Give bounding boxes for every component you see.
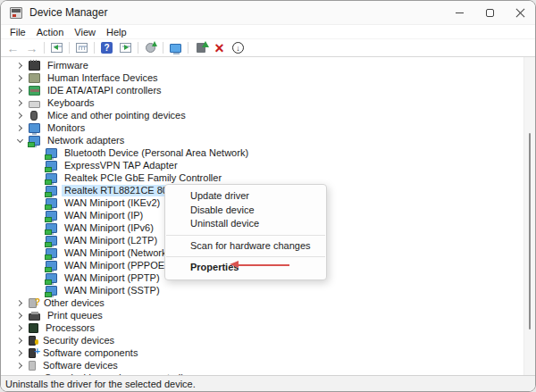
scrollbar-thumb[interactable]: [529, 133, 531, 329]
toolbar-separator: [94, 42, 95, 54]
device-category-icon: [29, 61, 40, 71]
tree-item[interactable]: Firmware: [1, 59, 535, 71]
expander-chevron-icon[interactable]: [15, 361, 25, 371]
tree-item-label: WAN Miniport (PPTP): [62, 272, 163, 284]
tree-item-label: Keyboards: [45, 97, 97, 109]
context-menu-item[interactable]: Uninstall device: [165, 217, 326, 231]
toolbar-separator: [69, 42, 70, 54]
show-action-pane-icon: [120, 43, 131, 53]
device-category-icon: [29, 101, 40, 108]
toolbar-button[interactable]: [72, 40, 91, 56]
expander-chevron-icon[interactable]: [15, 323, 25, 333]
tree-item[interactable]: Bluetooth Device (Personal Area Network): [1, 146, 535, 159]
context-menu-item[interactable]: Scan for hardware changes: [165, 239, 326, 254]
toolbar-separator: [138, 42, 138, 54]
menubar-item[interactable]: File: [4, 27, 31, 38]
tree-item[interactable]: ExpressVPN TAP Adapter: [1, 159, 535, 171]
context-menu-item[interactable]: Properties: [165, 261, 326, 275]
toolbar-separator: [44, 42, 45, 54]
maximize-button[interactable]: [474, 1, 505, 24]
tree-item-label: Network adapters: [45, 135, 127, 146]
expander-chevron-icon[interactable]: [15, 348, 25, 358]
tree-item[interactable]: Realtek PCIe GbE Family Controller: [1, 171, 535, 184]
expander-chevron-icon[interactable]: [15, 61, 25, 71]
expander-chevron-icon[interactable]: [15, 311, 25, 321]
menubar-item[interactable]: View: [69, 27, 101, 38]
status-text: Uninstalls the driver for the selected d…: [5, 379, 196, 389]
tree-item-label: Software components: [40, 347, 140, 359]
vertical-scrollbar[interactable]: [523, 57, 535, 375]
minimize-button[interactable]: [444, 1, 474, 24]
properties-pane-icon: [76, 43, 88, 53]
context-menu-item[interactable]: Disable device: [165, 204, 326, 218]
device-category-icon: [29, 323, 38, 333]
device-category-icon: [30, 375, 38, 376]
tree-item-label: Realtek PCIe GbE Family Controller: [62, 172, 224, 184]
tree-item[interactable]: IDE ATA/ATAPI controllers: [1, 84, 535, 96]
uninstall-device-icon: [214, 44, 224, 53]
expander-chevron-icon[interactable]: [15, 86, 25, 96]
tree-item[interactable]: Mice and other pointing devices: [1, 109, 535, 121]
tree-item[interactable]: Other devices: [1, 296, 535, 309]
tree-item-label: WAN Miniport (IP): [62, 210, 146, 221]
tree-item[interactable]: Sound, video and game controllers: [1, 371, 535, 375]
tree-item-label: ExpressVPN TAP Adapter: [62, 160, 180, 171]
tree-item-label: Human Interface Devices: [45, 72, 161, 84]
computer-icon: [170, 44, 181, 53]
toolbar-button[interactable]: [210, 40, 229, 56]
device-category-icon: [46, 261, 57, 271]
close-button[interactable]: [505, 1, 535, 24]
toolbar-button[interactable]: [191, 40, 210, 56]
toolbar-button[interactable]: [97, 40, 116, 56]
forward-icon: [26, 41, 38, 55]
expander-chevron-icon[interactable]: [15, 123, 25, 133]
menubar-item[interactable]: Help: [101, 27, 132, 38]
tree-item[interactable]: WAN Miniport (SSTP): [1, 284, 535, 296]
tree-item-label: Firmware: [45, 60, 91, 71]
tree-item-label: WAN Miniport (SSTP): [62, 285, 163, 296]
update-driver-icon: [197, 43, 205, 53]
expander-chevron-icon[interactable]: [15, 373, 25, 376]
device-category-icon: [29, 361, 36, 371]
tree-item[interactable]: Processors: [1, 321, 535, 334]
window-title: Device Manager: [29, 6, 107, 19]
toolbar-button[interactable]: [22, 40, 41, 56]
help-icon: [101, 42, 113, 54]
context-menu-item[interactable]: Update driver: [165, 189, 326, 204]
expander-chevron-icon[interactable]: [15, 98, 25, 108]
toolbar-button[interactable]: [166, 40, 185, 56]
toolbar-button[interactable]: [4, 40, 22, 56]
expander-chevron-icon[interactable]: [15, 136, 25, 146]
expander-chevron-icon[interactable]: [15, 336, 25, 346]
tree-item[interactable]: Monitors: [1, 121, 535, 134]
menubar: FileActionViewHelp: [1, 24, 535, 38]
device-manager-app-icon: [10, 7, 22, 19]
device-category-icon: [46, 248, 57, 258]
toolbar-button[interactable]: [229, 40, 247, 56]
toolbar-button[interactable]: [116, 40, 135, 56]
device-category-icon: [46, 198, 57, 208]
tree-item-label: WAN Miniport (PPPOE): [62, 260, 171, 271]
device-category-icon: [46, 223, 57, 233]
device-category-icon: [30, 111, 38, 121]
context-menu-separator: [166, 235, 325, 236]
tree-item[interactable]: Software components: [1, 346, 535, 359]
device-category-icon: [29, 136, 40, 146]
device-category-icon: [46, 186, 57, 196]
expander-chevron-icon[interactable]: [15, 111, 25, 121]
tree-item[interactable]: Keyboards: [1, 96, 535, 109]
tree-item[interactable]: Security devices: [1, 334, 535, 346]
tree-item[interactable]: Software devices: [1, 359, 535, 371]
toolbar-button[interactable]: [141, 40, 160, 56]
tree-item-label: Print queues: [45, 310, 105, 321]
toolbar-button[interactable]: [47, 40, 66, 56]
menubar-item[interactable]: Action: [31, 27, 70, 38]
scan-hardware-changes-icon: [146, 43, 155, 53]
tree-item[interactable]: Print queues: [1, 309, 535, 321]
tree-item-label: Sound, video and game controllers: [42, 372, 199, 376]
disable-device-icon: [232, 42, 244, 54]
expander-chevron-icon[interactable]: [15, 298, 25, 308]
tree-item[interactable]: Network adapters: [1, 134, 535, 146]
expander-chevron-icon[interactable]: [15, 73, 25, 83]
tree-item[interactable]: Human Interface Devices: [1, 71, 535, 84]
